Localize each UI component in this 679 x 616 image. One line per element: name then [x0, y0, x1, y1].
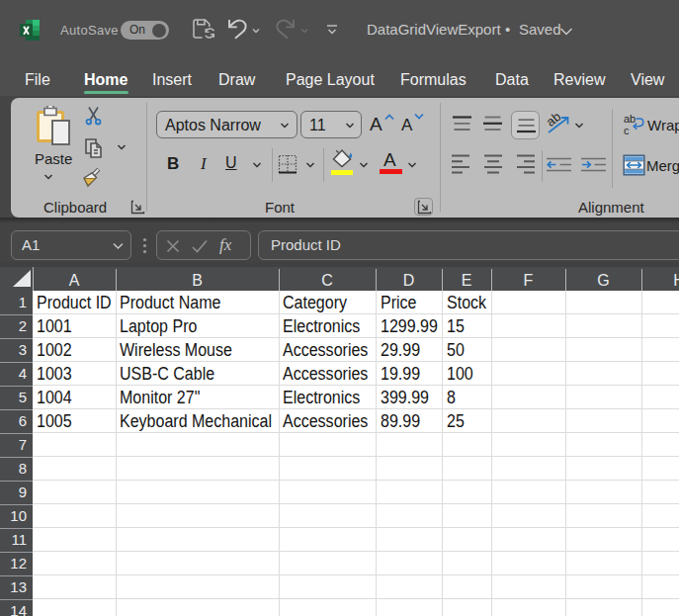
svg-text:ab: ab: [624, 114, 636, 125]
svg-text:c: c: [624, 125, 630, 135]
